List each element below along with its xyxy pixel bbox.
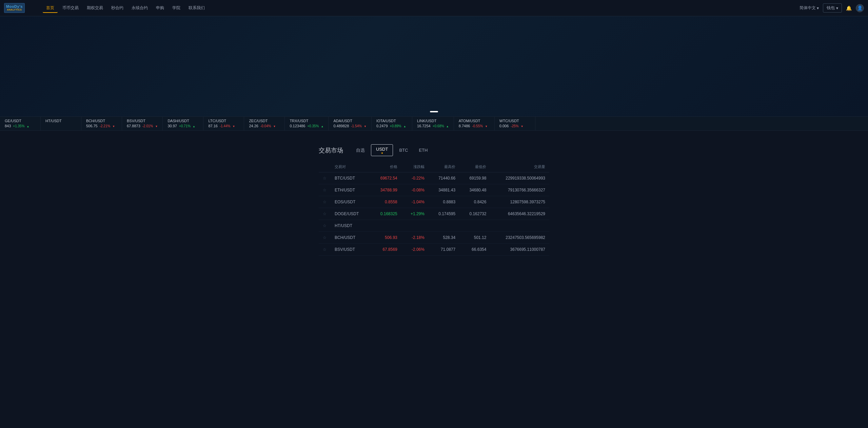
price-cell: 34788.99 xyxy=(371,184,401,196)
ticker-WTC/USDT[interactable]: WTC/USDT0.006-25% xyxy=(495,117,535,130)
price-cell xyxy=(371,220,401,232)
wallet-button[interactable]: 钱包 ▾ xyxy=(823,3,842,13)
logo-tagline: ANALYTICS xyxy=(6,8,23,11)
price-cell: 506.93 xyxy=(371,232,401,244)
volume-cell: 229919338.50064993 xyxy=(490,172,549,184)
nav-item-首页[interactable]: 首页 xyxy=(43,3,58,13)
ticker-change: +0.68% xyxy=(433,124,444,128)
ticker-ADA/USDT[interactable]: ADA/USDT0.489828-1.54% xyxy=(329,117,372,130)
market-tabs: 自选USDTBTCETH xyxy=(351,144,432,156)
th-low: 最低价 xyxy=(459,162,490,172)
ticker-change: +0.35% xyxy=(307,124,319,128)
star-button[interactable]: ☆ xyxy=(319,208,331,220)
low-cell: 34680.48 xyxy=(459,184,490,196)
table-row[interactable]: ☆DOGE/USDT0.168325+1.29%0.1745950.162732… xyxy=(319,208,549,220)
ticker-pair-label: DASH/USDT xyxy=(167,119,198,123)
ticker-price: 16.7254 xyxy=(417,124,431,128)
pair-cell: BCH/USDT xyxy=(331,232,371,244)
ticker-price: 0.2479 xyxy=(376,124,388,128)
bell-icon[interactable]: 🔔 xyxy=(846,5,852,11)
ticker-pair-label: WTC/USDT xyxy=(499,119,530,123)
low-cell xyxy=(459,220,490,232)
change-cell: -2.06% xyxy=(401,244,429,256)
star-button[interactable]: ☆ xyxy=(319,220,331,232)
star-button[interactable]: ☆ xyxy=(319,244,331,256)
header: MooDy's ANALYTICS 首页币币交易期权交易秒合约永续合约申购学院联… xyxy=(0,0,868,16)
table-row[interactable]: ☆BCH/USDT506.93-2.18%528.34501.122324750… xyxy=(319,232,549,244)
ticker-change: +0.71% xyxy=(179,124,191,128)
table-row[interactable]: ☆BTC/USDT69672.54-0.22%71440.6669159.982… xyxy=(319,172,549,184)
price-cell: 0.8558 xyxy=(371,196,401,208)
table-row[interactable]: ☆BSV/USDT67.8569-2.06%71.087766.63543676… xyxy=(319,244,549,256)
table-row[interactable]: ☆ETH/USDT34788.99-0.08%34881.4334680.487… xyxy=(319,184,549,196)
ticker-change: -1.54% xyxy=(351,124,362,128)
ticker-price: 67.8873 xyxy=(127,124,140,128)
ticker-pair-label: IOTA/USDT xyxy=(376,119,407,123)
nav-item-联系我们[interactable]: 联系我们 xyxy=(185,3,208,13)
logo[interactable]: MooDy's ANALYTICS xyxy=(4,3,35,13)
main-content: 交易市场 自选USDTBTCETH 交易对 价格 涨跌幅 最高价 最低价 交易量… xyxy=(0,131,868,269)
ticker-pair-label: TRX/USDT xyxy=(290,119,323,123)
market-tab-USDT[interactable]: USDT xyxy=(371,144,393,156)
ticker-ATOM/USDT[interactable]: ATOM/USDT8.7486-0.55% xyxy=(454,117,495,130)
nav-item-秒合约[interactable]: 秒合约 xyxy=(108,3,127,13)
table-header: 交易对 价格 涨跌幅 最高价 最低价 交易量 xyxy=(319,162,549,172)
ticker-pair-label: ADA/USDT xyxy=(333,119,367,123)
ticker-price: 0.489828 xyxy=(333,124,349,128)
change-cell xyxy=(401,220,429,232)
nav-item-申购[interactable]: 申购 xyxy=(153,3,167,13)
ticker-IOTA/USDT[interactable]: IOTA/USDT0.2479+0.89% xyxy=(372,117,412,130)
star-button[interactable]: ☆ xyxy=(319,232,331,244)
market-tab-自选[interactable]: 自选 xyxy=(351,145,370,155)
ticker-LINK/USDT[interactable]: LINK/USDT16.7254+0.68% xyxy=(412,117,454,130)
nav-item-期权交易[interactable]: 期权交易 xyxy=(83,3,106,13)
ticker-LTC/USDT[interactable]: LTC/USDT87.16-1.44% xyxy=(203,117,244,130)
market-tab-ETH[interactable]: ETH xyxy=(414,146,432,155)
user-avatar[interactable]: 👤 xyxy=(856,4,864,12)
up-arrow-icon xyxy=(446,124,449,128)
language-selector[interactable]: 简体中文 ▾ xyxy=(800,5,819,11)
ticker-price: 8.7486 xyxy=(459,124,470,128)
table-row[interactable]: ☆HT/USDT xyxy=(319,220,549,232)
active-tab-indicator xyxy=(381,152,383,154)
low-cell: 0.8426 xyxy=(459,196,490,208)
high-cell: 0.8883 xyxy=(429,196,459,208)
up-arrow-icon xyxy=(321,124,323,128)
ticker-BCH/USDT[interactable]: BCH/USDT506.75-2.21% xyxy=(81,117,122,130)
volume-cell: 79130766.35666327 xyxy=(490,184,549,196)
ticker-change: +0.89% xyxy=(390,124,401,128)
market-tab-BTC[interactable]: BTC xyxy=(394,146,413,155)
star-button[interactable]: ☆ xyxy=(319,184,331,196)
ticker-DASH/USDT[interactable]: DASH/USDT30.97+0.71% xyxy=(163,117,203,130)
pair-cell: BTC/USDT xyxy=(331,172,371,184)
table-row[interactable]: ☆EOS/USDT0.8558-1.04%0.88830.84261280759… xyxy=(319,196,549,208)
price-cell: 69672.54 xyxy=(371,172,401,184)
nav-item-学院[interactable]: 学院 xyxy=(169,3,184,13)
up-arrow-icon xyxy=(27,124,29,128)
ticker-change: -25% xyxy=(511,124,518,128)
volume-cell xyxy=(490,220,549,232)
table-body: ☆BTC/USDT69672.54-0.22%71440.6669159.982… xyxy=(319,172,549,256)
high-cell: 71.0877 xyxy=(429,244,459,256)
star-button[interactable]: ☆ xyxy=(319,172,331,184)
ticker-BSV/USDT[interactable]: BSV/USDT67.8873-2.01% xyxy=(122,117,163,130)
high-cell: 0.174595 xyxy=(429,208,459,220)
logo-name: MooDy's xyxy=(6,4,23,8)
market-table: 交易对 价格 涨跌幅 最高价 最低价 交易量 ☆BTC/USDT69672.54… xyxy=(319,162,549,256)
market-header: 交易市场 自选USDTBTCETH xyxy=(319,144,549,156)
nav-item-永续合约[interactable]: 永续合约 xyxy=(128,3,151,13)
ticker-change: -0.55% xyxy=(472,124,483,128)
ticker-pair-label: ATOM/USDT xyxy=(459,119,490,123)
ticker-pair-label: BCH/USDT xyxy=(86,119,117,123)
low-cell: 69159.98 xyxy=(459,172,490,184)
ticker-HT/USDT[interactable]: HT/USDT xyxy=(41,117,81,130)
ticker-TRX/USDT[interactable]: TRX/USDT0.123486+0.35% xyxy=(285,117,329,130)
star-button[interactable]: ☆ xyxy=(319,196,331,208)
change-cell: +1.29% xyxy=(401,208,429,220)
volume-cell: 23247503.565695982 xyxy=(490,232,549,244)
nav-item-币币交易[interactable]: 币币交易 xyxy=(59,3,82,13)
ticker-ZEC/USDT[interactable]: ZEC/USDT24.26-0.04% xyxy=(244,117,285,130)
ticker-change: -1.44% xyxy=(220,124,231,128)
ticker-GE/USDT[interactable]: GE/USDT843+1.35% xyxy=(0,117,41,130)
ticker-price: 0.123486 xyxy=(290,124,305,128)
